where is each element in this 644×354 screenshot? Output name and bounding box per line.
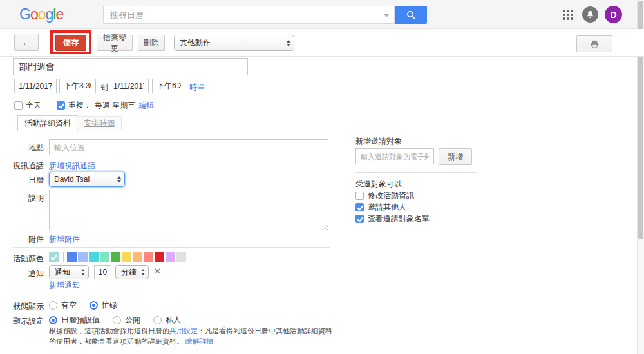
section-divider	[13, 247, 330, 248]
repeat-label: 重複：	[68, 100, 91, 111]
delete-button[interactable]: 刪除	[138, 35, 165, 51]
notification-unit-value: 分鐘	[121, 267, 137, 278]
color-swatch[interactable]	[176, 252, 186, 262]
left-arrow-icon: ←	[22, 37, 32, 48]
all-day-checkbox[interactable]	[14, 101, 23, 110]
add-video-call-link[interactable]: 新增視訊通話	[49, 161, 95, 172]
notification-unit-select[interactable]: 分鐘	[115, 265, 149, 279]
radio-calendar-default[interactable]	[49, 316, 57, 324]
privacy-note: 根據預設，這項活動會採用這份日曆的共用設定：凡是看得到這份日曆中其他活動詳細資料…	[49, 326, 339, 346]
print-button[interactable]	[576, 35, 612, 52]
start-date-input[interactable]	[14, 79, 57, 93]
privacy-note-text: 根據預設，這項活動會採用這份日曆的	[49, 327, 169, 335]
color-palette	[67, 252, 186, 262]
radio-public-label: 公開	[125, 315, 140, 326]
see-guest-list-label: 查看邀請對象名單	[368, 213, 430, 224]
bell-icon	[586, 10, 594, 19]
guests-can-heading: 受邀對象可以	[355, 179, 402, 190]
radio-busy-label: 忙碌	[102, 300, 117, 311]
printer-icon	[590, 39, 600, 49]
add-attachment-link[interactable]: 新增附件	[49, 234, 80, 245]
invite-others-checkbox[interactable]	[355, 203, 364, 211]
select-spinner-icon	[287, 40, 290, 46]
to-label: 到	[100, 82, 108, 93]
select-spinner-icon	[141, 269, 145, 275]
permission-row: 邀請其他人	[355, 202, 406, 213]
end-date-input[interactable]	[109, 79, 149, 93]
remove-notification-button[interactable]: ✕	[154, 266, 161, 276]
add-guests-heading: 新增邀請對象	[355, 136, 402, 147]
notification-label: 通知	[0, 268, 44, 279]
add-notification-link[interactable]: 新增通知	[49, 280, 80, 291]
repeat-value: 每週 星期三	[95, 100, 135, 111]
video-call-label: 視訊通話	[0, 161, 44, 172]
calendar-search-input[interactable]	[103, 6, 395, 24]
notification-minutes-input[interactable]	[94, 265, 111, 279]
search-button[interactable]	[395, 6, 427, 24]
notification-type-select[interactable]: 通知	[49, 265, 89, 279]
timezone-link[interactable]: 時區	[189, 82, 205, 93]
guests-divider	[355, 172, 477, 173]
radio-calendar-default-label: 日曆預設值	[61, 315, 100, 326]
location-label: 地點	[0, 143, 44, 153]
calendar-select-value: David Tsai	[54, 175, 90, 184]
event-title-input[interactable]	[13, 58, 248, 75]
color-swatch[interactable]	[78, 252, 88, 262]
tab-event-details[interactable]: 活動詳細資料	[17, 115, 78, 131]
end-time-input[interactable]	[152, 79, 185, 93]
radio-busy[interactable]	[90, 301, 98, 310]
color-swatch[interactable]	[144, 252, 153, 262]
color-swatch[interactable]	[89, 252, 99, 262]
color-swatch[interactable]	[100, 252, 109, 262]
location-input[interactable]	[49, 139, 328, 155]
color-swatch[interactable]	[166, 252, 175, 262]
search-dropdown-caret-icon[interactable]	[384, 14, 389, 17]
attachment-label: 附件	[0, 234, 44, 245]
event-color-label: 活動顏色	[0, 253, 44, 264]
back-button[interactable]: ←	[14, 34, 39, 51]
logo-letter: e	[55, 6, 63, 23]
color-swatch[interactable]	[155, 252, 164, 262]
guest-email-input[interactable]	[355, 148, 434, 164]
see-guest-list-checkbox[interactable]	[355, 215, 364, 223]
apps-grid-icon[interactable]	[563, 10, 573, 20]
discard-changes-button[interactable]: 捨棄變更	[97, 35, 133, 51]
select-spinner-icon	[117, 176, 121, 182]
select-spinner-icon	[81, 269, 85, 275]
notification-type-value: 通知	[55, 267, 70, 278]
save-button[interactable]: 儲存	[55, 35, 86, 51]
repeat-checkbox[interactable]	[57, 101, 65, 110]
radio-private[interactable]	[153, 316, 162, 324]
logo-letter: o	[38, 6, 46, 23]
selected-color-swatch[interactable]	[49, 252, 59, 262]
color-swatch[interactable]	[67, 252, 77, 262]
visibility-radio-group: 日曆預設值 公開 私人	[49, 315, 181, 326]
color-swatch[interactable]	[133, 252, 142, 262]
color-swatch[interactable]	[122, 252, 131, 262]
magnifier-icon	[406, 10, 417, 21]
radio-private-label: 私人	[166, 315, 181, 326]
status-label: 狀態顯示	[0, 301, 44, 312]
logo-letter: G	[19, 6, 30, 23]
calendar-select[interactable]: David Tsai	[49, 172, 125, 187]
tab-find-time[interactable]: 安排時間	[77, 116, 122, 130]
color-swatch[interactable]	[111, 252, 120, 262]
user-avatar[interactable]: D	[605, 6, 622, 23]
radio-available[interactable]	[49, 301, 57, 310]
description-textarea[interactable]	[49, 190, 328, 230]
start-time-input[interactable]	[59, 79, 96, 93]
status-radio-group: 有空 忙碌	[49, 300, 117, 311]
app-header: Google D	[0, 0, 644, 29]
sharing-settings-link[interactable]: 共用設定	[169, 327, 198, 335]
add-guest-button[interactable]: 新增	[439, 148, 472, 165]
radio-public[interactable]	[113, 316, 121, 324]
radio-available-label: 有空	[61, 300, 77, 311]
learn-more-link[interactable]: 瞭解詳情	[185, 337, 214, 345]
more-actions-select[interactable]: 其他動作	[174, 35, 294, 51]
modify-event-checkbox[interactable]	[355, 192, 364, 200]
logo-letter: g	[45, 6, 53, 23]
notifications-button[interactable]	[582, 6, 598, 23]
modify-event-label: 修改活動資訊	[368, 190, 414, 201]
repeat-edit-link[interactable]: 編輯	[138, 100, 154, 111]
visibility-label: 顯示設定	[0, 316, 44, 327]
